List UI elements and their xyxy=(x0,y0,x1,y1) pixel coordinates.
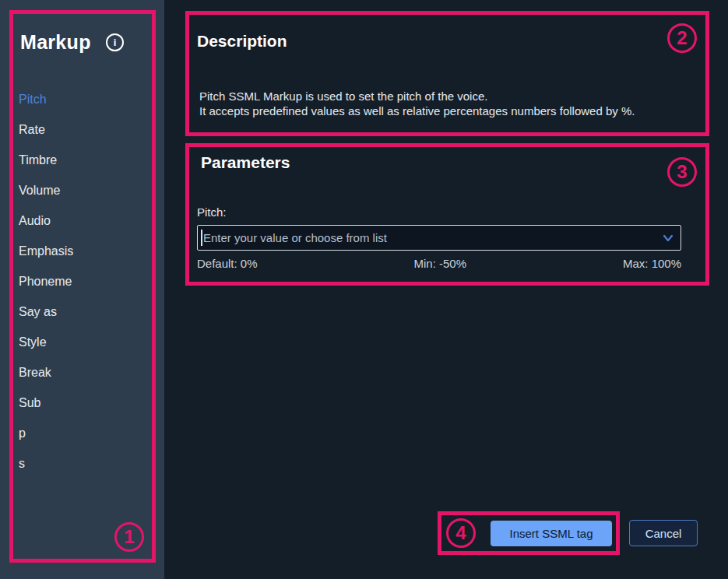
insert-ssml-tag-button[interactable]: Insert SSML tag xyxy=(491,521,612,546)
description-line-2: It accepts predefined values as well as … xyxy=(199,104,635,118)
cancel-button[interactable]: Cancel xyxy=(629,520,698,546)
sidebar-item-phoneme[interactable]: Phoneme xyxy=(19,274,143,304)
sidebar-item-s[interactable]: s xyxy=(19,456,143,486)
description-line-1: Pitch SSML Markup is used to set the pit… xyxy=(199,89,635,104)
min-value-label: Min: -50% xyxy=(413,257,466,270)
sidebar-item-audio[interactable]: Audio xyxy=(19,213,143,244)
sidebar-item-style[interactable]: Style xyxy=(19,335,143,365)
sidebar-item-timbre[interactable]: Timbre xyxy=(19,153,143,183)
description-title: Description xyxy=(197,32,287,51)
chevron-down-icon[interactable] xyxy=(663,234,673,242)
parameters-title: Parameters xyxy=(201,153,290,172)
sidebar-item-emphasis[interactable]: Emphasis xyxy=(19,244,143,274)
sidebar-item-rate[interactable]: Rate xyxy=(19,122,143,153)
sidebar-title: Markup xyxy=(20,31,91,54)
sidebar-item-p[interactable]: p xyxy=(19,426,143,456)
markup-sidebar: Markup i Pitch Rate Timbre Volume Audio … xyxy=(0,0,164,579)
sidebar-item-volume[interactable]: Volume xyxy=(19,183,143,213)
sidebar-item-pitch[interactable]: Pitch xyxy=(19,92,143,122)
pitch-combobox[interactable] xyxy=(197,225,681,251)
info-icon[interactable]: i xyxy=(106,33,124,51)
annotation-badge-2: 2 xyxy=(667,23,697,53)
annotation-badge-3: 3 xyxy=(667,157,697,187)
max-value-label: Max: 100% xyxy=(623,257,681,270)
description-text: Pitch SSML Markup is used to set the pit… xyxy=(199,89,635,118)
default-value-label: Default: 0% xyxy=(197,257,258,270)
annotation-badge-4: 4 xyxy=(446,518,476,548)
sidebar-item-break[interactable]: Break xyxy=(19,365,143,395)
sidebar-item-say-as[interactable]: Say as xyxy=(19,304,143,335)
pitch-range-info: Default: 0% Min: -50% Max: 100% xyxy=(197,257,681,270)
markup-menu: Pitch Rate Timbre Volume Audio Emphasis … xyxy=(19,92,143,486)
pitch-value-input[interactable] xyxy=(198,226,681,250)
pitch-field-label: Pitch: xyxy=(197,205,227,219)
sidebar-item-sub[interactable]: Sub xyxy=(19,395,143,426)
